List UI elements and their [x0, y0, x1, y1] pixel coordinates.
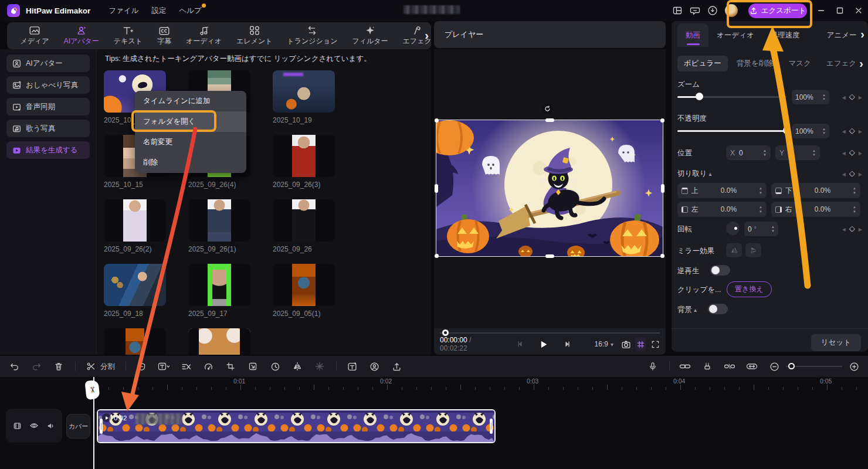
avatar-tool-icon[interactable]	[368, 360, 380, 373]
context-menu-delete[interactable]: 削除	[135, 152, 246, 173]
stepper-arrows-icon[interactable]	[759, 205, 762, 213]
stepper-arrows-icon[interactable]	[853, 205, 856, 213]
context-menu-rename[interactable]: 名前変更	[135, 132, 246, 152]
reset-button[interactable]: リセット	[811, 334, 861, 351]
zoom-in-icon[interactable]	[848, 360, 860, 373]
undo-icon[interactable]	[8, 360, 20, 373]
media-thumbnail-news-anchor[interactable]	[104, 264, 166, 306]
crop-right-field[interactable]: 右0.0%	[771, 202, 860, 217]
menu-settings[interactable]: 設定	[151, 6, 166, 16]
rotation-value-stepper[interactable]: 0°	[744, 222, 778, 236]
previous-frame-icon[interactable]	[513, 337, 528, 351]
snap-icon[interactable]	[701, 360, 713, 373]
sidebar-item-lip-sync[interactable]: 音声同期	[6, 98, 90, 115]
crop-bottom-field[interactable]: 下0.0%	[771, 183, 860, 198]
media-item[interactable]	[188, 328, 250, 355]
media-thumbnail-green-screen[interactable]	[188, 264, 250, 306]
media-thumbnail-woman-white[interactable]	[104, 199, 166, 242]
media-item[interactable]: 2025_10_19	[273, 70, 335, 124]
menu-help[interactable]: ヘルプ	[179, 6, 201, 16]
text-tool-icon[interactable]	[158, 360, 169, 373]
stepper-arrows-icon[interactable]	[822, 93, 826, 101]
grid-overlay-icon[interactable]	[635, 337, 646, 351]
background-toggle[interactable]	[708, 304, 728, 314]
zoom-value-stepper[interactable]: 100%	[792, 90, 829, 104]
ribbon-tab-media[interactable]: メディア	[13, 22, 56, 49]
position-keyframe-nav[interactable]	[842, 148, 862, 157]
selection-handle[interactable]	[660, 254, 664, 258]
ribbon-tab-elements[interactable]: エレメント	[229, 22, 280, 49]
resize-icon[interactable]	[247, 360, 259, 373]
cover-button[interactable]: カバー	[66, 414, 90, 439]
download-icon[interactable]	[704, 2, 721, 19]
trim-icon[interactable]	[180, 360, 192, 373]
replace-button[interactable]: 置き換え	[727, 281, 772, 297]
subtab-popular[interactable]: ポピュラー	[677, 56, 728, 72]
crop-left-field[interactable]: 左0.0%	[677, 202, 767, 217]
selection-handle[interactable]	[435, 118, 439, 123]
microphone-icon[interactable]	[647, 360, 659, 373]
media-item[interactable]: 2025_09_18	[104, 264, 166, 318]
zoom-keyframe-nav[interactable]	[842, 92, 862, 101]
media-item[interactable]: 2025_09_26(1)	[188, 199, 250, 253]
media-item[interactable]: 2025_09_05(1)	[273, 264, 335, 318]
minimize-button[interactable]	[812, 0, 830, 21]
mirror-vertical-icon[interactable]	[745, 243, 761, 257]
ribbon-tab-ai-avatar[interactable]: AIアバター	[56, 22, 106, 49]
opacity-value-stepper[interactable]: 100%	[792, 124, 829, 138]
split-label[interactable]: 分割	[100, 362, 115, 372]
selection-handle[interactable]	[435, 254, 439, 258]
media-item[interactable]	[104, 328, 166, 355]
media-item[interactable]: 2025_09_26	[273, 199, 335, 253]
split-icon[interactable]	[85, 360, 97, 373]
mirror-horizontal-icon[interactable]	[726, 243, 742, 257]
subtab-remove-background[interactable]: 背景を削除	[730, 56, 780, 72]
stepper-arrows-icon[interactable]	[763, 149, 767, 157]
position-y-field[interactable]: Y0	[775, 145, 820, 160]
ribbon-tab-text[interactable]: テキスト	[106, 22, 150, 49]
layout-icon[interactable]	[669, 2, 686, 19]
crop-label[interactable]: 切り取り	[677, 169, 712, 179]
timeline-zoom-slider[interactable]	[786, 366, 842, 367]
media-thumbnail-man-jacket[interactable]	[188, 199, 250, 242]
subtabs-more-chevron-icon[interactable]	[859, 57, 863, 69]
close-button[interactable]	[849, 0, 868, 21]
rotation-keyframe-nav[interactable]	[842, 224, 862, 233]
context-menu-add-to-timeline[interactable]: タイムラインに追加	[135, 91, 246, 111]
tab-video[interactable]: 動画	[677, 23, 708, 47]
stepper-arrows-icon[interactable]	[771, 225, 775, 233]
track-visibility-icon[interactable]	[29, 421, 39, 430]
unlink-clips-icon[interactable]	[724, 360, 735, 373]
play-icon[interactable]	[536, 337, 551, 351]
opacity-slider[interactable]	[677, 127, 786, 135]
media-thumbnail-doll[interactable]	[273, 70, 335, 113]
selection-handle[interactable]	[661, 184, 664, 193]
clip-trim-handle-left[interactable]	[100, 419, 103, 434]
fit-timeline-icon[interactable]	[746, 360, 758, 373]
media-thumbnail-red-panda[interactable]	[188, 328, 250, 355]
zoom-out-icon[interactable]	[768, 360, 780, 373]
ribbon-tab-audio[interactable]: オーディオ	[178, 22, 229, 49]
tab-animation[interactable]: アニメー	[819, 23, 865, 47]
tabs-more-chevron-icon[interactable]	[860, 28, 864, 40]
ribbon-tab-effects[interactable]: エフェク	[395, 22, 439, 49]
maximize-button[interactable]	[830, 0, 849, 21]
subtab-mask[interactable]: マスク	[782, 56, 817, 72]
crop-icon[interactable]	[225, 360, 236, 373]
redo-icon[interactable]	[30, 360, 42, 373]
upload-media-icon[interactable]	[391, 360, 402, 373]
selection-handle[interactable]	[660, 118, 664, 123]
flip-icon[interactable]	[291, 360, 303, 373]
tab-speed[interactable]: 処理速度	[762, 23, 808, 47]
timeline-video-clip[interactable]: 0:02	[97, 409, 496, 443]
mask-icon[interactable]	[135, 360, 147, 373]
freeze-frame-icon[interactable]	[314, 360, 326, 373]
rotate-handle-icon[interactable]	[542, 103, 553, 114]
sidebar-item-talking-photo[interactable]: おしゃべり写真	[6, 76, 90, 94]
media-item[interactable]: 2025_09_17	[188, 264, 250, 318]
sidebar-item-singing-photo[interactable]: 歌う写真	[6, 120, 90, 137]
user-avatar[interactable]	[725, 4, 738, 17]
ribbon-tab-transition[interactable]: トランジション	[280, 22, 345, 49]
progress-handle[interactable]	[442, 329, 449, 336]
next-frame-icon[interactable]	[560, 337, 575, 351]
